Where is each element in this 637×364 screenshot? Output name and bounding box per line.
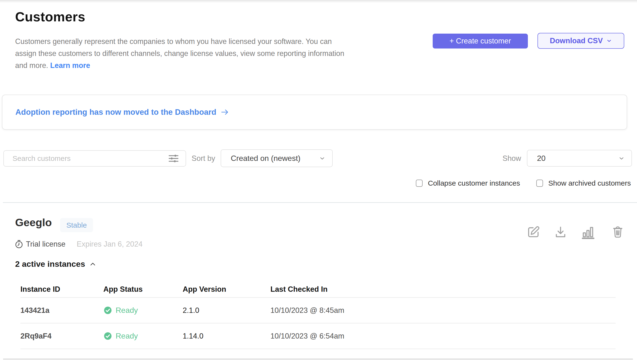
instances-table: Instance ID App Status App Version Last … — [21, 282, 616, 349]
show-count-select[interactable]: 20 — [527, 150, 632, 167]
description-line: assign these customers to different chan… — [15, 47, 344, 59]
sort-select-value: Created on (newest) — [231, 154, 300, 163]
show-label: Show — [500, 150, 521, 167]
instances-table-header: Instance ID App Status App Version Last … — [21, 282, 616, 298]
app-status-text: Ready — [116, 306, 138, 315]
active-instances-label: 2 active instances — [15, 259, 85, 269]
license-expiry-label: Expires Jan 6, 2024 — [77, 239, 143, 250]
chevron-down-icon — [606, 38, 612, 44]
app-version: 2.1.0 — [183, 306, 270, 315]
app-version: 1.14.0 — [183, 332, 270, 340]
filter-sliders-icon[interactable] — [167, 153, 180, 164]
show-archived-label[interactable]: Show archived customers — [548, 179, 631, 187]
customer-name: Geeglo — [15, 216, 52, 229]
edit-customer-button[interactable] — [526, 224, 541, 240]
app-status-text: Ready — [116, 332, 138, 340]
create-customer-button[interactable]: + Create customer — [433, 34, 528, 48]
search-customers-input[interactable] — [3, 150, 186, 167]
last-checked-in: 10/10/2023 @ 6:54am — [270, 332, 616, 340]
license-type-label: Trial license — [26, 239, 65, 250]
search-customers-wrap — [3, 150, 186, 167]
delete-customer-button[interactable] — [610, 224, 625, 240]
show-archived-checkbox-group: Show archived customers — [536, 179, 631, 188]
customer-card-divider — [3, 359, 633, 360]
col-instance-id: Instance ID — [21, 285, 103, 294]
chevron-up-icon — [89, 261, 97, 268]
download-csv-label: Download CSV — [550, 36, 603, 45]
customers-page: Customers Customers generally represent … — [0, 0, 637, 364]
description-line: and more. Learn more — [15, 59, 344, 71]
instance-row: 143421a Ready 2.1.0 10/10/2023 @ 8:45am — [21, 298, 616, 324]
app-status: Ready — [103, 332, 183, 340]
chevron-down-icon — [618, 155, 625, 162]
reporting-chart-button[interactable] — [580, 224, 595, 240]
collapse-instances-checkbox-group: Collapse customer instances — [416, 179, 520, 188]
col-app-version: App Version — [183, 285, 270, 294]
last-checked-in: 10/10/2023 @ 8:45am — [270, 306, 616, 315]
arrow-right-icon — [221, 108, 229, 116]
sort-select[interactable]: Created on (newest) — [221, 149, 333, 167]
channel-badge: Stable — [60, 218, 93, 232]
check-circle-icon — [103, 306, 112, 315]
learn-more-link[interactable]: Learn more — [50, 61, 90, 70]
instance-id: 2Rq9aF4 — [21, 332, 103, 340]
show-archived-checkbox[interactable] — [536, 180, 543, 187]
page-title: Customers — [15, 9, 85, 24]
top-scroll-shadow — [0, 0, 637, 3]
col-app-status: App Status — [103, 285, 183, 294]
adoption-banner: Adoption reporting has now moved to the … — [2, 94, 627, 130]
sort-by-label: Sort by — [191, 150, 215, 167]
download-csv-button[interactable]: Download CSV — [537, 33, 624, 49]
check-circle-icon — [103, 332, 112, 340]
adoption-banner-text: Adoption reporting has now moved to the … — [15, 108, 216, 117]
show-count-value: 20 — [537, 154, 546, 163]
collapse-instances-label[interactable]: Collapse customer instances — [428, 179, 520, 187]
download-license-button[interactable] — [553, 224, 568, 240]
active-instances-toggle[interactable]: 2 active instances — [15, 259, 97, 269]
description-line: Customers generally represent the compan… — [15, 35, 344, 47]
section-divider — [3, 202, 637, 203]
instance-id: 143421a — [21, 306, 103, 315]
instance-row: 2Rq9aF4 Ready 1.14.0 10/10/2023 @ 6:54am — [21, 324, 616, 349]
collapse-instances-checkbox[interactable] — [416, 180, 422, 187]
description-tail: and more. — [15, 61, 48, 70]
adoption-banner-link[interactable]: Adoption reporting has now moved to the … — [15, 108, 229, 117]
clock-timer-icon — [15, 240, 24, 249]
app-status: Ready — [103, 306, 183, 315]
chevron-down-icon — [319, 155, 325, 162]
page-description: Customers generally represent the compan… — [15, 35, 344, 71]
col-last-checked-in: Last Checked In — [270, 285, 616, 294]
